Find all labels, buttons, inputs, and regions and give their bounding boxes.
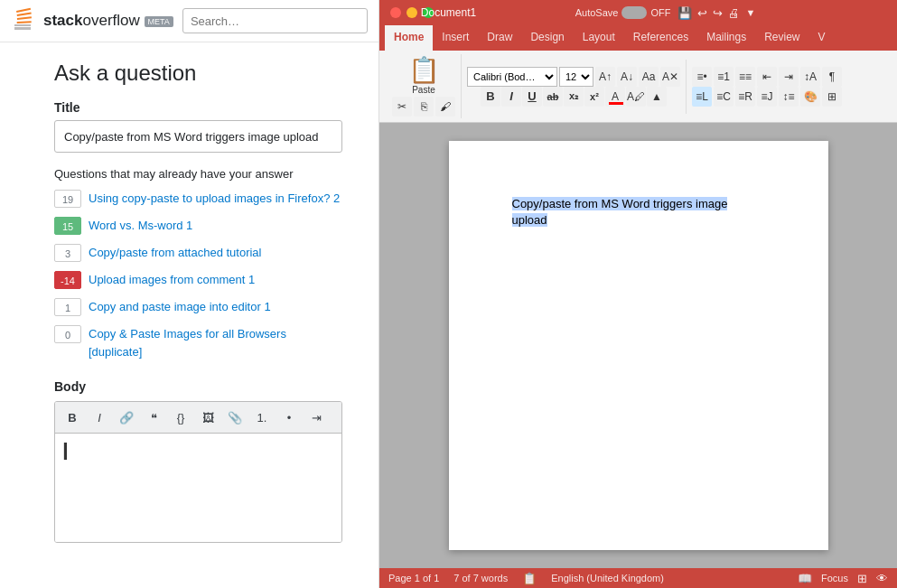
title-input[interactable] (54, 120, 342, 153)
language-indicator[interactable]: English (United Kingdom) (551, 573, 664, 583)
para-row-2: ≡L ≡C ≡R ≡J ↕≡ 🎨 ⊞ (692, 87, 842, 107)
tab-review[interactable]: Review (755, 25, 808, 51)
page-title: Ask a question (54, 61, 342, 86)
paste-button[interactable]: 📋 Paste (403, 56, 445, 97)
minimize-button[interactable] (406, 7, 417, 18)
score-badge: 15 (54, 217, 81, 235)
list-item: -14 Upload images from comment 1 (54, 271, 342, 289)
sort-btn[interactable]: ↕A (800, 67, 820, 87)
clear-format-btn[interactable]: A✕ (660, 67, 680, 87)
redo-icon[interactable]: ↪ (713, 6, 723, 20)
svg-rect-4 (17, 12, 32, 15)
paste-label: Paste (412, 85, 435, 95)
image-btn[interactable]: 🖼 (196, 406, 220, 429)
ol-btn[interactable]: 1. (250, 406, 274, 429)
attach-btn[interactable]: 📎 (223, 406, 247, 429)
proof-icon[interactable]: 📋 (522, 572, 537, 585)
autosave-toggle[interactable] (621, 6, 647, 19)
save-icon[interactable]: 💾 (677, 6, 692, 20)
list-item: 19 Using copy-paste to upload images in … (54, 190, 342, 208)
font-size-select[interactable]: 12 (559, 67, 593, 87)
borders-btn[interactable]: ⊞ (822, 87, 842, 107)
suggestion-link[interactable]: Copy and paste image into editor 1 (89, 298, 271, 316)
titlebar-center: AutoSave OFF 💾 ↩ ↪ 🖨 ▼ Document1 (444, 6, 886, 20)
code-btn[interactable]: {} (169, 406, 192, 429)
font-row-1: Calibri (Bod… 12 A↑ A↓ Aa A✕ (467, 67, 680, 87)
body-editor: B I 🔗 ❝ {} 🖼 📎 1. • ⇥ ▎ (54, 401, 342, 543)
so-logo-text: stackoverflow META (43, 12, 173, 30)
number-list-btn[interactable]: ≡1 (714, 67, 733, 87)
print-icon[interactable]: 🖨 (728, 6, 740, 20)
layout-icon[interactable]: ⊞ (857, 572, 867, 585)
shading-btn[interactable]: ▲ (647, 87, 667, 107)
tab-insert[interactable]: Insert (433, 25, 478, 51)
font-options-btn[interactable]: Aa (639, 67, 659, 87)
indent-btn[interactable]: ⇥ (304, 406, 328, 429)
view-icon[interactable]: 👁 (876, 572, 888, 585)
font-family-select[interactable]: Calibri (Bod… (467, 67, 557, 87)
increase-indent-btn[interactable]: ⇥ (779, 67, 799, 87)
blockquote-btn[interactable]: ❝ (142, 406, 165, 429)
font-group: Calibri (Bod… 12 A↑ A↓ Aa A✕ B I U ab x₂… (462, 60, 687, 114)
cursor: ▎ (64, 443, 75, 459)
search-input[interactable] (182, 8, 368, 33)
clipboard-sub-row: ✂ ⎘ 🖌 (392, 97, 455, 117)
bullet-list-btn[interactable]: ≡• (692, 67, 712, 87)
tab-layout[interactable]: Layout (574, 25, 624, 51)
tab-mailings[interactable]: Mailings (697, 25, 755, 51)
editor-body[interactable]: ▎ (55, 434, 341, 542)
copy-btn[interactable]: ⎘ (414, 97, 434, 117)
suggestion-link[interactable]: Copy & Paste Images for all Browsers [du… (89, 325, 342, 361)
increase-font-btn[interactable]: A↑ (595, 67, 615, 87)
underline-format-btn[interactable]: U (522, 87, 542, 107)
read-mode-icon[interactable]: 📖 (798, 572, 812, 585)
score-badge: -14 (54, 271, 81, 289)
superscript-format-btn[interactable]: x² (584, 87, 604, 107)
tab-view[interactable]: V (809, 25, 835, 51)
dropdown-icon[interactable]: ▼ (745, 7, 755, 18)
bold-btn[interactable]: B (61, 406, 84, 429)
tab-design[interactable]: Design (521, 25, 573, 51)
suggestion-link[interactable]: Copy/paste from attached tutorial (89, 244, 262, 262)
decrease-indent-btn[interactable]: ⇤ (757, 67, 777, 87)
so-logo: stackoverflow META (11, 7, 173, 34)
italic-btn[interactable]: I (88, 406, 111, 429)
word-window: AutoSave OFF 💾 ↩ ↪ 🖨 ▼ Document1 Home In… (379, 0, 897, 588)
highlight-btn[interactable]: A🖊 (626, 87, 646, 107)
undo-icon[interactable]: ↩ (697, 6, 707, 20)
font-row-2: B I U ab x₂ x² A A🖊 ▲ (481, 87, 667, 107)
word-statusbar: Page 1 of 1 7 of 7 words 📋 English (Unit… (379, 568, 897, 588)
suggestion-link[interactable]: Upload images from comment 1 (89, 271, 255, 289)
subscript-format-btn[interactable]: x₂ (564, 87, 584, 107)
decrease-font-btn[interactable]: A↓ (617, 67, 637, 87)
justify-btn[interactable]: ≡J (757, 87, 777, 107)
font-color-btn[interactable]: A (605, 87, 625, 107)
close-button[interactable] (390, 7, 401, 18)
so-content: Ask a question Title Questions that may … (0, 42, 378, 588)
bold-format-btn[interactable]: B (481, 87, 500, 107)
ribbon-tabs: Home Insert Draw Design Layout Reference… (379, 25, 897, 51)
line-spacing-btn[interactable]: ↕≡ (779, 87, 799, 107)
align-center-btn[interactable]: ≡C (714, 87, 733, 107)
link-btn[interactable]: 🔗 (115, 406, 138, 429)
align-right-btn[interactable]: ≡R (735, 87, 755, 107)
list-item: 0 Copy & Paste Images for all Browsers [… (54, 325, 342, 361)
show-hide-btn[interactable]: ¶ (822, 67, 842, 87)
tab-references[interactable]: References (624, 25, 697, 51)
multilevel-list-btn[interactable]: ≡≡ (735, 67, 755, 87)
format-painter-btn[interactable]: 🖌 (435, 97, 455, 117)
para-shading-btn[interactable]: 🎨 (800, 87, 820, 107)
so-header: stackoverflow META (0, 0, 378, 42)
cut-btn[interactable]: ✂ (392, 97, 412, 117)
ul-btn[interactable]: • (277, 406, 301, 429)
tab-draw[interactable]: Draw (478, 25, 521, 51)
paste-icon: 📋 (408, 58, 440, 83)
suggestion-link[interactable]: Word vs. Ms-word 1 (89, 217, 192, 235)
strikethrough-format-btn[interactable]: ab (543, 87, 563, 107)
tab-home[interactable]: Home (385, 25, 433, 51)
suggestion-link[interactable]: Using copy-paste to upload images in Fir… (89, 190, 340, 208)
italic-format-btn[interactable]: I (501, 87, 521, 107)
autosave-label: AutoSave (575, 7, 619, 18)
focus-label[interactable]: Focus (821, 573, 848, 583)
align-left-btn[interactable]: ≡L (692, 87, 712, 107)
